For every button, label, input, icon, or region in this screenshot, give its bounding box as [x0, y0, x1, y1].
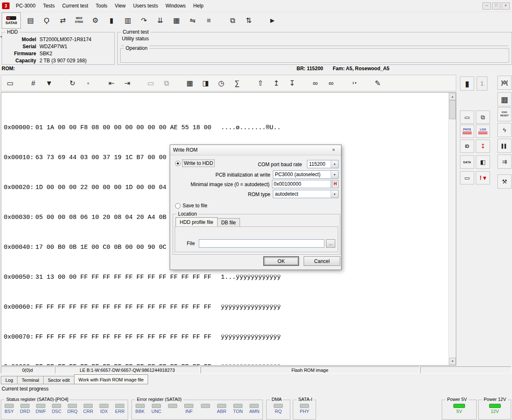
script-icon[interactable]: ≡	[203, 14, 215, 27]
menu-item[interactable]: PC-3000	[12, 1, 39, 10]
find-icon[interactable]: ∞	[309, 77, 322, 89]
bottom-tab[interactable]: Terminal	[17, 376, 44, 384]
checksum-icon[interactable]: ∑	[231, 77, 243, 89]
pc-link-icon[interactable]: ⇄	[57, 14, 69, 27]
file-path-input[interactable]	[199, 239, 324, 248]
chip-icon[interactable]: ▮	[105, 14, 118, 27]
run-icon[interactable]: ►	[266, 14, 279, 27]
find-next-icon[interactable]: ∞	[325, 77, 337, 89]
save-file-icon[interactable]: ↧	[286, 77, 298, 89]
edit-id-icon[interactable]: #	[27, 77, 40, 89]
task-icon[interactable]: ↷	[138, 14, 150, 27]
save-to-file-radio[interactable]: Save to file	[175, 203, 207, 209]
save-resources-icon[interactable]: ▭	[460, 111, 474, 124]
chip-select-button[interactable]: ▮	[460, 76, 474, 91]
baud-rate-icon[interactable]: 9600 57600	[73, 14, 85, 27]
sort-icon[interactable]: ⇅	[242, 14, 255, 27]
log-heads-button[interactable]: LOG	[476, 125, 490, 138]
menu-item[interactable]: Tools	[92, 1, 111, 10]
location-tab[interactable]: HDD profile file	[176, 217, 218, 227]
write-rom-icon[interactable]: ↻	[66, 77, 79, 89]
export-icon[interactable]: ⇧	[254, 77, 267, 89]
phys-heads-button[interactable]: PHYS	[460, 125, 474, 138]
chevron-down-icon[interactable]: ▼	[331, 160, 338, 168]
calc-icon[interactable]: ▦	[183, 77, 196, 89]
menu-item[interactable]: View	[111, 1, 129, 10]
pause-icon[interactable]: ▌▌	[497, 139, 512, 153]
bottom-tab[interactable]: Work with Flash ROM image file	[74, 374, 148, 384]
browse-button[interactable]: ...	[326, 239, 335, 248]
port-config-icon[interactable]: ⚙	[89, 14, 101, 27]
led-indicator	[52, 404, 61, 408]
data-area-button[interactable]: DATA	[460, 155, 474, 169]
dialog-close-icon[interactable]: ×	[329, 146, 338, 154]
edit-notes-icon[interactable]: ✎	[371, 77, 384, 89]
close-button[interactable]: ×	[502, 2, 510, 10]
chevron-down-icon[interactable]: ▼	[331, 190, 338, 198]
radio-selected-icon	[175, 161, 181, 166]
stop-icon[interactable]: ▪	[82, 77, 94, 89]
hex-row[interactable]: 0x00080: FF FF FF FF FF FF FF FF FF FF F…	[4, 364, 448, 366]
minimize-button[interactable]: ─	[482, 2, 491, 10]
power-graph-icon[interactable]: }0{	[497, 76, 512, 90]
chip-outline-icon[interactable]: ▦	[497, 92, 512, 106]
copy-page-icon[interactable]: ⧉	[160, 77, 173, 89]
merge-streams-icon[interactable]: ⇉	[497, 155, 512, 169]
search-icon[interactable]: Ϙ	[40, 14, 53, 27]
menu-item[interactable]: Help	[190, 1, 208, 10]
bottom-tab[interactable]: Log	[1, 376, 17, 384]
write-to-hdd-radio[interactable]: Write to HDD	[175, 160, 214, 167]
solder-icon[interactable]: ϟ	[497, 123, 512, 137]
menu-item[interactable]: Windows	[162, 1, 190, 10]
load-resources-icon[interactable]: ⧉	[476, 111, 490, 124]
resources-icon[interactable]: ▥	[121, 14, 134, 27]
maximize-button[interactable]: □	[492, 2, 500, 10]
chevron-down-icon[interactable]: ▼	[331, 171, 338, 178]
table-icon[interactable]: ▦	[170, 14, 183, 27]
led-label: UNC	[151, 409, 161, 414]
paste-icon[interactable]: ▭	[144, 77, 157, 89]
hex-row[interactable]: 0x00060: FF FF FF FF FF FF FF FF FF FF F…	[4, 304, 448, 311]
terminal-icon[interactable]: ◧	[476, 155, 490, 169]
rom-type-select[interactable]: autodetect ▼	[273, 190, 339, 198]
reset-icon[interactable]: 0101 RESET	[497, 107, 512, 121]
hex-row[interactable]: 0x00070: FF FF FF FF FF FF FF FF FF FF F…	[4, 334, 448, 341]
counter-icon[interactable]: 1 ▾	[348, 77, 361, 89]
utility-status-icon[interactable]: ▤	[24, 14, 37, 27]
toolkit-icon[interactable]: ⚒	[497, 174, 512, 189]
clock-icon[interactable]: ◷	[215, 77, 228, 89]
filter-icon[interactable]: ▼	[43, 77, 55, 89]
alerts-dropdown-button[interactable]: ! ▾	[476, 171, 490, 184]
scroll-down-button[interactable]: ▼	[449, 358, 456, 365]
bottom-tab[interactable]: Sector edit	[43, 376, 74, 384]
ok-button[interactable]: OK	[263, 256, 299, 266]
hex-row[interactable]: 0x00050: 31 13 00 00 FF FF FF FF FF FF F…	[4, 274, 448, 281]
hex-scrollbar[interactable]: ▲ ▼	[448, 93, 456, 365]
pcb-init-select[interactable]: PC3000 (autoselect) ▼	[273, 170, 339, 179]
baud-rate-select[interactable]: 115200 ▼	[307, 160, 339, 168]
hex-dec-toggle-button[interactable]: H	[332, 180, 339, 188]
cancel-button[interactable]: Cancel	[304, 256, 340, 266]
min-image-size-input[interactable]	[272, 180, 331, 188]
location-tab[interactable]: DB file	[217, 218, 240, 227]
merge-icon[interactable]: ⇊	[154, 14, 166, 27]
write-chip-icon[interactable]: ⇥	[121, 77, 134, 89]
export-resources-icon[interactable]: ▭	[460, 171, 474, 184]
menu-item[interactable]: Users tests	[129, 1, 162, 10]
copy-icon[interactable]: ⧉	[226, 14, 239, 27]
compare-pages-icon[interactable]: ◨	[199, 77, 212, 89]
drive-id-button[interactable]: ID	[460, 140, 474, 153]
read-chip-icon[interactable]: ⇤	[105, 77, 118, 89]
load-file-icon[interactable]: ↥	[270, 77, 282, 89]
sata0-port-button[interactable]: SATA0	[2, 12, 21, 29]
scroll-up-button[interactable]: ▲	[449, 93, 456, 100]
menu-item[interactable]: Tests	[39, 1, 58, 10]
hex-row[interactable]: 0x00000: 01 1A 00 00 F8 08 00 00 00 00 0…	[4, 124, 448, 132]
import-icon[interactable]: ↧	[476, 140, 490, 153]
location-group: Location HDD profile fileDB file File ..…	[173, 214, 340, 255]
new-rom-icon[interactable]: ▭	[4, 77, 16, 89]
dialog-title-bar[interactable]: Write ROM ×	[170, 145, 341, 155]
menu-item[interactable]: Current test	[58, 1, 92, 10]
compare-icon[interactable]: ⇋	[186, 14, 199, 27]
scrollbar-thumb[interactable]	[449, 100, 456, 119]
